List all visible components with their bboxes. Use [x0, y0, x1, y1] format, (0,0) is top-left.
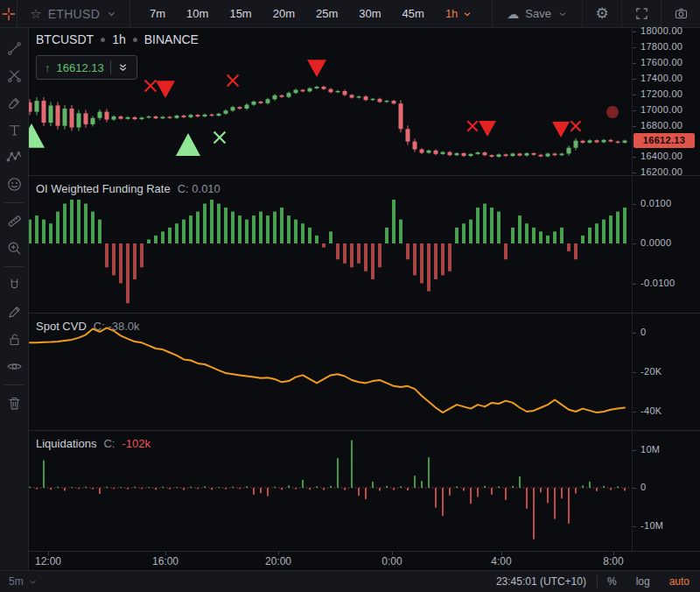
double-chevron-down-icon[interactable]: [117, 61, 129, 74]
watchlist-star-icon[interactable]: ☆: [30, 7, 41, 20]
timeframe-45m[interactable]: 45m: [394, 4, 433, 23]
screenshot-button[interactable]: [662, 0, 700, 27]
liquidations-current-value: -102k: [122, 437, 150, 450]
magnet-tool[interactable]: [2, 271, 26, 299]
time-tick-label: 0:00: [382, 555, 402, 567]
price-axis[interactable]: 16612.13 18000.0017800.0017600.0017400.0…: [632, 28, 700, 551]
axis-tick: [633, 284, 636, 285]
emoji-tool[interactable]: [2, 171, 26, 198]
xabcd-pattern-icon: [6, 149, 23, 166]
axis-tick: [633, 488, 636, 489]
timeframe-30m[interactable]: 30m: [350, 4, 389, 23]
pane-divider[interactable]: [29, 175, 700, 176]
pane-divider[interactable]: [29, 430, 700, 431]
time-tick-label: 20:00: [265, 555, 291, 567]
chart-area[interactable]: BTCUSDT 1h BINANCE ↑ 16612.13 OI Weighte…: [29, 28, 632, 551]
gear-icon: ⚙: [595, 6, 608, 21]
separator-dot: [101, 38, 105, 42]
funding-title: OI Weighted Funding Rate: [36, 182, 171, 195]
magnet-icon: [6, 277, 23, 293]
chart-interval: 1h: [112, 32, 126, 46]
fib-tools-tool[interactable]: [2, 62, 26, 89]
liquidations-pane-header: Liquidations C: -102k: [36, 437, 150, 450]
fullscreen-button[interactable]: [622, 0, 661, 27]
zoom-in-tool[interactable]: [2, 235, 26, 262]
log-scale-button[interactable]: log: [626, 575, 660, 588]
cvd-tick-label: 0: [640, 327, 646, 337]
divider: [110, 60, 111, 74]
separator-dot: [133, 38, 137, 42]
last-price-box[interactable]: ↑ 16612.13: [36, 55, 137, 80]
price-tick-label: 17000.00: [640, 104, 682, 115]
funding-current-value: C: 0.010: [178, 182, 220, 195]
crosshair-logo-icon: [1, 6, 17, 22]
timeframe-1h[interactable]: 1h: [437, 4, 481, 23]
toolbar-divider: [4, 266, 24, 267]
axis-tick: [633, 157, 636, 158]
hide-all-tool[interactable]: [2, 353, 26, 380]
cvd-line: [30, 328, 625, 412]
brush-tool[interactable]: [2, 89, 26, 116]
unlock-tool[interactable]: [2, 326, 26, 353]
funding-tick-label: -0.0100: [640, 278, 675, 288]
drawing-mode-icon: [6, 304, 23, 321]
chart-canvas[interactable]: [29, 28, 632, 551]
pane-divider[interactable]: [29, 313, 700, 314]
cloud-icon: ☁: [507, 7, 519, 21]
axis-tick: [633, 333, 636, 334]
trend-line-tool[interactable]: [2, 35, 26, 62]
settings-button[interactable]: ⚙: [583, 0, 621, 27]
chevron-down-icon: [28, 577, 38, 587]
price-tick-label: 16400.00: [640, 151, 682, 161]
brush-icon: [6, 95, 23, 111]
axis-tick: [633, 63, 636, 64]
percent-scale-button[interactable]: %: [598, 575, 626, 588]
axis-tick: [633, 47, 636, 48]
axis-tick: [633, 450, 636, 451]
axis-tick: [633, 126, 636, 127]
save-button[interactable]: ☁ Save: [493, 7, 582, 21]
text-icon: [6, 122, 23, 138]
timeframe-20m[interactable]: 20m: [264, 4, 304, 23]
liq-tick-label: -10M: [640, 520, 663, 531]
time-tick-label: 16:00: [152, 555, 178, 567]
replay-interval-button[interactable]: 5m: [9, 575, 38, 588]
fib-tools-icon: [6, 67, 23, 84]
liquidations-current-prefix: C:: [103, 437, 115, 450]
app-logo[interactable]: [0, 6, 17, 22]
timeframe-15m[interactable]: 15m: [220, 4, 260, 23]
cvd-tick-label: -40K: [640, 405, 662, 416]
remove-all-tool[interactable]: [2, 390, 26, 417]
axis-tick: [633, 243, 636, 244]
timeframe-10m[interactable]: 10m: [178, 4, 217, 23]
price-tick-label: 18000.00: [640, 25, 682, 36]
timeframe-25m[interactable]: 25m: [307, 4, 346, 23]
chart-symbol: BTCUSDT: [36, 32, 94, 46]
candles: [29, 86, 627, 158]
main-pane-header: BTCUSDT 1h BINANCE: [36, 32, 199, 46]
axis-tick: [633, 110, 636, 111]
funding-tick-label: 0.0100: [640, 198, 671, 208]
time-tick-label: 12:00: [35, 555, 61, 567]
price-tick-label: 17600.00: [640, 57, 682, 67]
xabcd-pattern-tool[interactable]: [2, 144, 26, 171]
funding-histogram: [29, 200, 626, 303]
drawing-mode-tool[interactable]: [2, 299, 26, 326]
axis-tick: [633, 372, 636, 373]
timeframe-7m[interactable]: 7m: [141, 4, 174, 23]
time-axis[interactable]: 12:0016:0020:000:004:008:00: [29, 551, 700, 570]
price-tick-label: 17200.00: [640, 88, 682, 99]
camera-icon: [674, 6, 689, 21]
save-label: Save: [525, 7, 551, 20]
text-tool[interactable]: [2, 116, 26, 144]
emoji-icon: [6, 176, 23, 193]
funding-tick-label: 0.0000: [640, 237, 671, 248]
symbol-switcher[interactable]: ☆ ETHUSD: [18, 7, 130, 21]
measure-tool[interactable]: [2, 208, 26, 235]
liq-tick-label: 10M: [640, 444, 660, 455]
clock[interactable]: 23:45:01 (UTC+10): [496, 575, 597, 588]
toolbar-divider: [4, 384, 24, 385]
measure-icon: [6, 213, 23, 229]
auto-scale-button[interactable]: auto: [660, 575, 700, 588]
price-tick-label: 16800.00: [640, 120, 682, 130]
